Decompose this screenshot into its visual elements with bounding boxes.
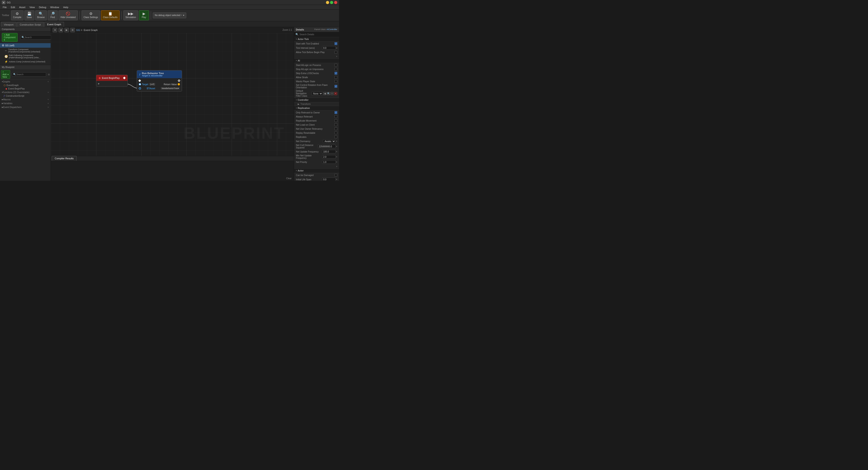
actor-section-label: Actor (298, 169, 304, 172)
prop-net-owner-relevancy-check[interactable] (335, 127, 337, 130)
graph-event-graph[interactable]: ⬡ EventGraph (0, 84, 51, 87)
tab-event-graph[interactable]: Event Graph (44, 22, 64, 27)
btasset-value[interactable]: NewBehaviorTree▾ (161, 87, 180, 90)
nav-filter-clear-btn[interactable]: ✕ (334, 92, 337, 95)
prop-stop-ailogic-check[interactable] (335, 68, 337, 70)
event-beginplay-node-title: Event BeginPlay (102, 77, 120, 79)
tab-compiler-results[interactable]: Compiler Results (52, 156, 76, 161)
play-button[interactable]: ▶ Play (139, 10, 149, 20)
clear-button[interactable]: Clear (285, 177, 293, 180)
prop-net-priority-input[interactable] (322, 160, 336, 164)
prop-net-cull-dist-input[interactable] (318, 145, 336, 148)
section-ai[interactable]: ▾ AI (294, 58, 339, 63)
component-item-actions[interactable]: ⚡ Actions Comp (ActionsComp) (Inherited) (0, 59, 51, 64)
controller-transform-sub[interactable]: ▶ Transform (294, 102, 339, 106)
prop-tick-interval-input[interactable] (322, 46, 336, 50)
browse-button[interactable]: 🔍 Browse (35, 10, 47, 20)
prop-always-relevant-check[interactable] (335, 115, 337, 118)
menu-view[interactable]: View (28, 5, 37, 9)
prop-can-be-damaged-check[interactable] (335, 174, 337, 177)
add-new-button[interactable]: + Add New ▾ (1, 70, 10, 79)
bp-search-options-icon[interactable]: ⊞ (48, 73, 50, 76)
prop-net-priority: Net Priority ▾ (294, 160, 339, 164)
tab-construction-script[interactable]: Construction Script (17, 22, 44, 27)
run-behavior-tree-node[interactable]: ƒ Run Behavior Tree Target is AIControll… (137, 70, 182, 92)
nav-filter-browse-btn[interactable]: 🔍 (327, 92, 330, 95)
prop-net-dormancy-select[interactable]: Awake (323, 139, 336, 143)
section-replication[interactable]: ▾ Replication (294, 106, 339, 111)
prop-nav-filter-select[interactable]: None (311, 92, 323, 95)
menu-debug[interactable]: Debug (37, 5, 48, 9)
section-graphs-add[interactable]: + (48, 81, 49, 83)
prop-start-ailogic-check[interactable] (335, 64, 337, 66)
prop-min-net-update-freq-input[interactable] (322, 155, 336, 159)
section-graphs[interactable]: ▾ Graphs + (0, 80, 51, 84)
prop-replicate-movement-check[interactable] (335, 119, 337, 122)
prop-replay-rewindable-check[interactable] (335, 131, 337, 134)
breadcrumb-root[interactable]: GG (76, 29, 80, 31)
component-search-input[interactable] (25, 36, 53, 39)
prop-only-relevant-check[interactable] (335, 111, 337, 114)
debug-filter-button[interactable]: No debug object selected ~ ▾ (153, 12, 186, 18)
section-actor[interactable]: ▾ Actor (294, 168, 339, 173)
graph-event-beginplay[interactable]: ◆ Event BeginPlay (0, 87, 51, 90)
close-button[interactable] (334, 1, 337, 4)
compile-button[interactable]: ⚙ Compile (11, 10, 24, 20)
section-functions-add[interactable]: + (48, 91, 49, 94)
prop-net-update-freq-input[interactable] (322, 150, 336, 153)
transform-comp-label: Transform Component (TransformComponent0… (8, 49, 49, 53)
save-button[interactable]: 💾 Save (24, 10, 34, 20)
prop-net-load-client-check[interactable] (335, 123, 337, 126)
prop-replicates-check[interactable] (335, 135, 337, 138)
star-button[interactable]: ★ (53, 28, 57, 32)
nav-filter-back-btn[interactable]: ◀ (323, 92, 327, 95)
section-macros-add[interactable]: + (48, 98, 49, 101)
expand-icon[interactable]: ▾ (336, 55, 337, 58)
class-defaults-button[interactable]: 📋 Class Defaults (101, 10, 120, 20)
section-controller[interactable]: ▾ Controller (294, 98, 339, 102)
simulation-button[interactable]: ▶▶ Simulation (123, 10, 138, 20)
menu-edit[interactable]: Edit (9, 5, 17, 9)
menu-asset[interactable]: Asset (18, 5, 27, 9)
find-button[interactable]: 🔎 Find (48, 10, 58, 20)
prop-set-ctrl-rot-check[interactable] (335, 85, 337, 88)
details-search-input[interactable] (300, 33, 338, 36)
blueprint-search-input[interactable] (16, 73, 45, 76)
forward-button[interactable]: ▶ (64, 28, 69, 32)
class-settings-button[interactable]: ⚙ Class Settings (82, 10, 100, 20)
component-item-transform[interactable]: ↔ Transform Component (TransformComponen… (0, 48, 51, 54)
component-item-path-following[interactable]: 🧭 Path Following Component (PathFollowin… (0, 54, 51, 59)
section-functions[interactable]: ▾ Functions (21 Overridable) + (0, 90, 51, 94)
maximize-button[interactable] (330, 1, 333, 4)
prop-start-tick-check[interactable] (335, 42, 337, 45)
section-event-dispatchers[interactable]: ▶ Event Dispatchers + (0, 105, 51, 109)
section-actor-tick[interactable]: ▾ Actor Tick (294, 37, 339, 41)
section-macros[interactable]: ▶ Macros + (0, 98, 51, 101)
prop-allow-strafe-check[interactable] (335, 76, 337, 79)
prop-allow-tick-check[interactable] (335, 51, 337, 54)
tab-viewport[interactable]: Viewport (1, 22, 17, 27)
back-button[interactable]: ◀ (59, 28, 63, 32)
event-beginplay-node[interactable]: ◆ Event BeginPlay ▶ (96, 75, 128, 87)
function-construction-script[interactable]: ƒ ConstructionScript (0, 94, 51, 98)
nav-filter-add-btn[interactable]: + (331, 92, 334, 95)
replication-expand-icon[interactable]: ▾ (336, 165, 337, 168)
blueprint-canvas[interactable]: ◆ Event BeginPlay ▶ ƒ Run Behavior Tree … (51, 33, 294, 156)
prop-wants-ps-check[interactable] (335, 80, 337, 83)
section-variables[interactable]: ▶ Variables + (0, 101, 51, 105)
prop-initial-life-span-input[interactable] (322, 178, 336, 181)
menu-help[interactable]: Help (61, 5, 70, 9)
hide-unrelated-button[interactable]: 🚫 Hide Unrelated (59, 10, 78, 20)
menu-file[interactable]: File (1, 5, 8, 9)
minimize-button[interactable] (326, 1, 329, 4)
hide-unrelated-label: Hide Unrelated (61, 16, 76, 19)
section-ed-add[interactable]: + (48, 106, 49, 108)
menu-window[interactable]: Window (49, 5, 61, 9)
add-component-button[interactable]: + Add Component ▾ (2, 33, 18, 42)
grid-button[interactable]: ⊞ (70, 28, 75, 32)
tick-interval-down-icon[interactable]: ▾ (336, 47, 337, 49)
prop-skip-los-check[interactable] (335, 72, 337, 74)
section-variables-add[interactable]: + (48, 102, 49, 105)
my-blueprint-label: My Blueprint (2, 66, 14, 68)
component-item-gg[interactable]: ⚙ GG (self) (0, 43, 51, 48)
